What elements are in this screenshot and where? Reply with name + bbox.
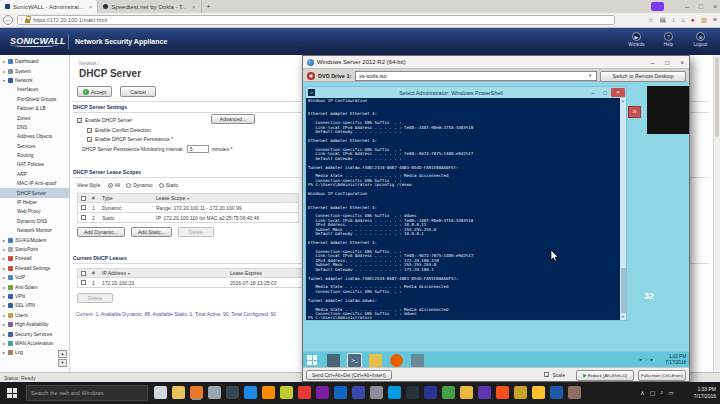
sidebar-item-network[interactable]: ▾Network	[0, 76, 69, 85]
vm-clock[interactable]: 1:03 PM 7/17/2016	[666, 354, 686, 366]
sidebar-item-voip[interactable]: ▸VoIP	[0, 273, 69, 282]
vm-tray-volume-icon[interactable]: ♪	[645, 357, 647, 362]
hidden-window-close-icon[interactable]: ×	[628, 106, 641, 118]
row-checkbox[interactable]	[81, 205, 86, 210]
vm-taskbar-file-explorer-icon[interactable]	[369, 354, 382, 367]
close-icon[interactable]: ×	[680, 59, 684, 66]
sidebar-item-dns[interactable]: DNS	[0, 123, 69, 132]
taskbar-icon-app[interactable]	[532, 386, 545, 399]
vm-tray-network-icon[interactable]: ▸	[640, 357, 642, 362]
expand-arrow-icon[interactable]: ▸	[3, 341, 7, 346]
expand-arrow-icon[interactable]: ▸	[3, 332, 7, 337]
start-button[interactable]	[7, 388, 17, 398]
minimize-icon[interactable]: –	[685, 3, 689, 10]
taskbar-icon-contacts[interactable]	[208, 386, 221, 399]
expand-arrow-icon[interactable]: ▸	[3, 59, 7, 64]
addon-icon[interactable]: ▥	[701, 17, 707, 24]
powershell-window[interactable]: ≻ Select Administrator: Windows PowerShe…	[305, 86, 627, 321]
expand-arrow-icon[interactable]: ▸	[3, 266, 7, 271]
expand-arrow-icon[interactable]: ▸	[3, 275, 7, 280]
taskbar-icon-file-explorer[interactable]	[172, 386, 185, 399]
taskbar-search-input[interactable]: Search the web and Windows	[26, 385, 148, 401]
taskbar-icon-firefox[interactable]	[190, 386, 203, 399]
sidebar-item-zones[interactable]: Zones	[0, 113, 69, 122]
close-icon[interactable]: ×	[713, 3, 717, 10]
taskbar-icon-app[interactable]	[316, 386, 329, 399]
help-button[interactable]: ?Help	[655, 32, 682, 47]
bookmark-star-icon[interactable]: ☆	[648, 17, 654, 24]
taskbar-icon-app[interactable]	[496, 386, 509, 399]
expand-arrow-icon[interactable]: ▸	[3, 322, 7, 327]
minimize-icon[interactable]: –	[651, 59, 655, 66]
taskbar-icon-app[interactable]	[370, 386, 383, 399]
persistence-checkbox[interactable]: ✓	[87, 137, 92, 142]
vm-taskbar-firefox-icon[interactable]	[390, 354, 403, 367]
lock-icon[interactable]	[25, 19, 30, 23]
scrollbar-thumb[interactable]	[621, 268, 626, 313]
expand-arrow-icon[interactable]: ▸	[3, 294, 7, 299]
sidebar-item-ip-helper[interactable]: IP Helper	[0, 198, 69, 207]
expand-arrow-icon[interactable]: ▸	[3, 256, 7, 261]
wizards-button[interactable]: ▶Wizards	[623, 32, 650, 47]
tab-sonicwall[interactable]: SonicWALL - Administrat... ×	[0, 0, 98, 13]
maximize-icon[interactable]: □	[665, 59, 669, 66]
expand-arrow-icon[interactable]: ▸	[3, 69, 7, 74]
url-text[interactable]: https://172.20.100.1/main.html	[33, 17, 107, 23]
tab-close-icon[interactable]: ×	[89, 4, 93, 10]
browser-scrollbar[interactable]	[713, 55, 720, 372]
taskbar-icon-app[interactable]	[424, 386, 437, 399]
sidebar-item-dashboard[interactable]: ▸Dashboard	[0, 57, 69, 66]
taskbar-icon-task-view[interactable]	[154, 386, 167, 399]
sidebar-item-network-monitor[interactable]: Network Monitor	[0, 226, 69, 235]
switch-remote-desktop-button[interactable]: Switch to Remote Desktop	[600, 71, 686, 82]
scale-checkbox[interactable]: ✓	[544, 372, 549, 377]
sidebar-item-address-objects[interactable]: Address Objects	[0, 132, 69, 141]
sidebar-item-ssl-vpn[interactable]: ▸SSL VPN	[0, 301, 69, 310]
redock-button[interactable]: ▶ Redock (Alt+Shift+U)	[576, 370, 634, 381]
sidebar-item-arp[interactable]: ARP	[0, 170, 69, 179]
taskbar-icon-app[interactable]	[298, 386, 311, 399]
vm-taskbar-xen-tools-icon[interactable]	[411, 354, 424, 367]
sidebar-item-vpn[interactable]: ▸VPN	[0, 292, 69, 301]
powershell-title-bar[interactable]: ≻ Select Administrator: Windows PowerShe…	[306, 87, 626, 98]
vm-taskbar-powershell-icon[interactable]: ≻_	[348, 354, 361, 367]
vm-title-bar[interactable]: Windows Server 2012 R2 (64-bit) – □ ×	[303, 56, 689, 68]
add-dynamic-button[interactable]: Add Dynamic...	[77, 227, 125, 237]
expand-arrow-icon[interactable]: ▸	[3, 303, 7, 308]
taskbar-icon-app[interactable]	[388, 386, 401, 399]
taskbar-icon-command-prompt[interactable]	[226, 386, 239, 399]
accept-button[interactable]: ✓ Accept	[77, 86, 112, 97]
conflict-detection-checkbox[interactable]: ✓	[87, 128, 92, 133]
sidebar-item-nat-policies[interactable]: NAT Policies	[0, 160, 69, 169]
taskbar-icon-app[interactable]	[262, 386, 275, 399]
reader-icon[interactable]: ▤	[660, 17, 666, 24]
sidebar-item-dynamic-dns[interactable]: Dynamic DNS	[0, 217, 69, 226]
advanced-button[interactable]: Advanced...	[211, 114, 255, 124]
site-info-icon[interactable]: i	[21, 17, 22, 23]
select-all-checkbox[interactable]	[81, 196, 86, 201]
tab-speedtest[interactable]: Speedtest.net by Ookla - T... ×	[98, 0, 201, 13]
browser-extension-icon[interactable]	[651, 2, 664, 11]
scroll-down-icon[interactable]: ▼	[58, 359, 67, 367]
sidebar-item-mac-ip-anti-spoof[interactable]: MAC-IP Anti-spoof	[0, 179, 69, 188]
vm-tray-action-center-icon[interactable]: ●	[650, 357, 653, 362]
send-ctrl-alt-del-button[interactable]: Send Ctrl+Alt+Del (Ctrl+Alt+Insert)	[306, 370, 392, 380]
sidebar-item-interfaces[interactable]: Interfaces	[0, 85, 69, 94]
view-all-radio[interactable]	[108, 183, 113, 188]
expand-arrow-icon[interactable]: ▸	[3, 238, 7, 243]
add-static-button[interactable]: Add Static...	[131, 227, 172, 237]
taskbar-icon-app[interactable]	[460, 386, 473, 399]
taskbar-icon-app[interactable]	[442, 386, 455, 399]
taskbar-icon-app[interactable]	[334, 386, 347, 399]
expand-arrow-icon[interactable]: ▸	[3, 247, 7, 252]
tray-notifications-icon[interactable]: ▭	[668, 389, 674, 396]
home-icon[interactable]: ⌂	[681, 17, 685, 24]
scroll-up-icon[interactable]: ▴	[620, 99, 626, 103]
powershell-scrollbar[interactable]: ▴ ▾	[620, 98, 626, 320]
maximize-icon[interactable]: □	[599, 90, 611, 96]
scale-option[interactable]: ✓ Scale	[544, 372, 565, 378]
sidebar-item-routing[interactable]: Routing	[0, 151, 69, 160]
scroll-down-icon[interactable]: ▾	[620, 315, 626, 319]
new-tab-button[interactable]: +	[202, 0, 216, 13]
tray-chevron-up-icon[interactable]: ∧	[640, 389, 644, 396]
